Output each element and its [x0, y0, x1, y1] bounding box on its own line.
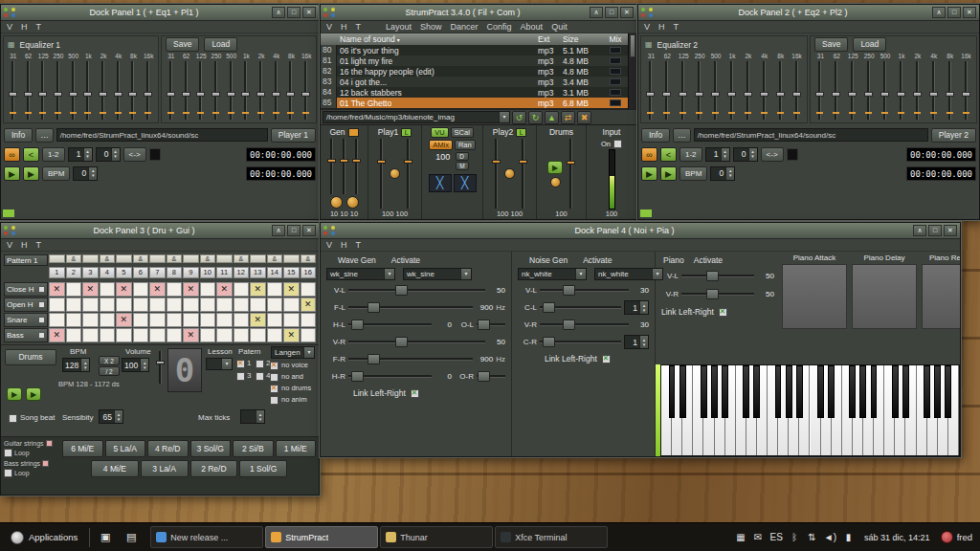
save-button[interactable]: Save: [814, 37, 848, 52]
column-header-mix[interactable]: Mix: [603, 34, 628, 44]
menu-item-t[interactable]: T: [356, 22, 362, 32]
step-cell[interactable]: [167, 298, 183, 312]
step-cell[interactable]: [200, 328, 216, 342]
step-cell[interactable]: [133, 282, 149, 297]
play-button[interactable]: ▶: [641, 166, 657, 181]
patern-checkbox-4[interactable]: [256, 372, 264, 381]
wave-o-l-slider[interactable]: [477, 319, 505, 331]
spin-down-icon[interactable]: ▾: [749, 154, 757, 159]
piano-attack-pad[interactable]: [782, 264, 847, 329]
eq-band-slider[interactable]: [861, 60, 878, 121]
step-cell[interactable]: [216, 328, 233, 342]
drums-button[interactable]: Drums: [5, 349, 56, 365]
step-cell[interactable]: [200, 282, 216, 297]
shade-button[interactable]: ∧: [932, 7, 946, 18]
menu-item-layout[interactable]: Layout: [386, 22, 412, 32]
close-button[interactable]: ✕: [963, 7, 976, 18]
step-cell[interactable]: [82, 298, 99, 312]
eq-band-slider[interactable]: [643, 60, 659, 121]
play-alt-button[interactable]: ▶: [660, 166, 677, 181]
right-value-spinner[interactable]: 0▴▾: [733, 147, 758, 162]
noise-activate-combo[interactable]: nk_white▾: [594, 268, 663, 280]
menu-item-about[interactable]: About: [521, 22, 544, 32]
menu-item-h[interactable]: H: [21, 22, 28, 32]
spin-down-icon[interactable]: ▾: [722, 154, 729, 159]
step-cell[interactable]: [133, 328, 149, 342]
maximize-button[interactable]: □: [947, 7, 961, 18]
track-label-close-h[interactable]: Close H: [4, 282, 48, 297]
step-cell[interactable]: ✕: [283, 328, 300, 342]
taskbar-window-thunar[interactable]: Thunar: [380, 526, 493, 548]
files-launcher[interactable]: ▤: [121, 527, 142, 548]
eq-band-slider[interactable]: [942, 60, 958, 121]
shade-button[interactable]: ∧: [913, 225, 926, 236]
range-button[interactable]: 1-2: [42, 147, 65, 162]
step-cell[interactable]: [116, 298, 132, 312]
spin-down-icon[interactable]: ▾: [256, 417, 264, 422]
sound-row[interactable]: 8412 back stabbersmp33.1 MB: [321, 87, 628, 98]
transfer-icon[interactable]: ⇄: [561, 111, 575, 124]
eq-band-slider[interactable]: [239, 60, 255, 121]
step-cell[interactable]: [167, 282, 183, 297]
step-cell[interactable]: ✕: [149, 282, 166, 297]
step-number-button[interactable]: 5: [116, 267, 132, 278]
eq-band-slider[interactable]: [21, 60, 36, 121]
step-cell[interactable]: [234, 313, 250, 327]
piano-black-key[interactable]: [722, 365, 728, 418]
loop-button[interactable]: ∞: [4, 147, 20, 162]
sound-row[interactable]: 8501 The Ghettomp36.8 MB: [321, 98, 628, 108]
eq-band-slider[interactable]: [51, 60, 66, 121]
wave-v-l-slider[interactable]: [348, 284, 485, 297]
redo-icon[interactable]: ↻: [528, 111, 543, 124]
spin-down-icon[interactable]: ▾: [640, 308, 648, 313]
mix-toggle[interactable]: [610, 47, 621, 54]
taskbar-window-strumpract[interactable]: StrumPract: [265, 526, 378, 548]
noise-v-r-slider[interactable]: [540, 319, 629, 331]
option-checkbox-no-drums[interactable]: [270, 385, 278, 393]
play-alt-button[interactable]: ▶: [23, 166, 39, 181]
eq-band-slider[interactable]: [789, 60, 805, 121]
step-cell[interactable]: [66, 298, 82, 312]
max-ticks-spinner[interactable]: ▴▾: [240, 409, 265, 424]
spin-down-icon[interactable]: ▾: [112, 154, 120, 159]
left-value-spinner[interactable]: 1▴▾: [705, 147, 730, 162]
crossfade-pad-right[interactable]: ╳: [454, 174, 477, 192]
piano-black-key[interactable]: [786, 365, 792, 418]
step-cell[interactable]: [200, 298, 216, 312]
mix-toggle[interactable]: [610, 78, 621, 85]
eq-band-slider[interactable]: [284, 60, 300, 121]
eq-band-slider[interactable]: [193, 60, 209, 121]
eq-band-slider[interactable]: [909, 60, 925, 121]
spin-down-icon[interactable]: ▾: [84, 154, 92, 159]
noise-c-l-spinner[interactable]: 1▴▾: [624, 300, 649, 315]
track-label-bass[interactable]: Bass: [4, 328, 48, 342]
battery-icon[interactable]: ▮: [843, 532, 854, 542]
x2-button[interactable]: X 2: [99, 356, 120, 365]
div2-button[interactable]: / 2: [99, 366, 120, 376]
eject-icon[interactable]: ▲: [545, 111, 559, 124]
wave-h-r-slider[interactable]: [348, 370, 432, 383]
step-cell[interactable]: [267, 328, 283, 342]
right-value-spinner[interactable]: 0▴▾: [96, 147, 121, 162]
eq-band-slider[interactable]: [813, 60, 829, 121]
step-cell[interactable]: [216, 313, 233, 327]
d-button[interactable]: D: [456, 152, 468, 161]
step-cell[interactable]: [100, 298, 116, 312]
play1-right-slider[interactable]: [404, 138, 412, 209]
left-value-spinner[interactable]: 1▴▾: [68, 147, 93, 162]
piano-delay-pad[interactable]: [852, 264, 917, 329]
shade-button[interactable]: ∧: [272, 225, 285, 236]
step-cell[interactable]: [267, 313, 283, 327]
eq-band-slider[interactable]: [676, 60, 692, 121]
piano-black-key[interactable]: [924, 365, 930, 418]
mix-toggle[interactable]: [610, 89, 621, 96]
scrollbar-thumb[interactable]: [630, 34, 635, 57]
play2-knob[interactable]: [504, 168, 515, 179]
menu-item-t[interactable]: T: [36, 22, 42, 32]
eq-band-slider[interactable]: [925, 60, 942, 121]
sound-row[interactable]: 8101 light my firemp34.8 MB: [321, 55, 628, 66]
step-cell[interactable]: [216, 298, 233, 312]
mix-toggle[interactable]: [610, 99, 621, 106]
step-number-button[interactable]: 16: [301, 267, 317, 278]
spin-down-icon[interactable]: ▾: [81, 365, 89, 370]
